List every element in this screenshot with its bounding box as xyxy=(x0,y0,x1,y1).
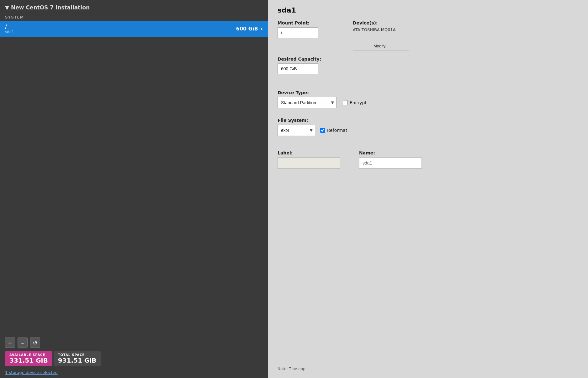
partition-arrow-right: › xyxy=(261,25,263,32)
refresh-button[interactable]: ↺ xyxy=(30,338,40,348)
available-space-value: 331.51 GiB xyxy=(9,357,48,364)
mount-point-input[interactable] xyxy=(278,27,318,38)
device-type-select[interactable]: Standard Partition LVM LVM Thin Provisio… xyxy=(278,97,336,108)
header-bar: ▼ New CentOS 7 Installation xyxy=(0,0,268,13)
available-space-badge: AVAILABLE SPACE 331.51 GiB xyxy=(5,351,52,366)
device-type-row: Standard Partition LVM LVM Thin Provisio… xyxy=(278,97,579,108)
available-space-label: AVAILABLE SPACE xyxy=(9,353,48,357)
mount-devices-row: Mount Point: Device(s): ATA TOSHIBA MQ01… xyxy=(278,20,579,51)
file-system-label: File System: xyxy=(278,118,579,123)
desired-capacity-input[interactable] xyxy=(278,63,318,74)
encrypt-checkbox[interactable] xyxy=(343,100,348,105)
partition-list: / sda1 600 GiB › xyxy=(0,21,268,334)
name-field-label: Name: xyxy=(359,150,422,155)
mount-point-label: Mount Point: xyxy=(278,20,334,25)
devices-label: Device(s): xyxy=(353,20,409,25)
detail-title: sda1 xyxy=(278,6,579,14)
name-input[interactable] xyxy=(359,157,422,169)
partition-mount: / xyxy=(5,23,14,30)
left-panel: ▼ New CentOS 7 Installation SYSTEM / sda… xyxy=(0,0,268,378)
bottom-bar: + – ↺ AVAILABLE SPACE 331.51 GiB TOTAL S… xyxy=(0,334,268,378)
mount-point-group: Mount Point: xyxy=(278,20,334,38)
desired-capacity-group: Desired Capacity: xyxy=(278,57,334,74)
filesystem-select-wrapper: ext4 ext3 ext2 xfs swap vfat ▼ xyxy=(278,125,315,136)
file-system-group: File System: ext4 ext3 ext2 xfs swap vfa… xyxy=(278,118,579,142)
modify-button[interactable]: Modify... xyxy=(353,41,409,51)
desired-capacity-label: Desired Capacity: xyxy=(278,57,334,62)
note-text: Note: T be app xyxy=(278,366,579,372)
label-group: Label: xyxy=(278,150,340,169)
total-space-label: TOTAL SPACE xyxy=(58,353,97,357)
label-field-label: Label: xyxy=(278,150,340,155)
storage-device-link[interactable]: 1 storage device selected xyxy=(5,370,58,375)
reformat-checkbox[interactable] xyxy=(320,128,325,133)
label-input[interactable] xyxy=(278,157,340,169)
collapse-arrow[interactable]: ▼ xyxy=(5,4,9,11)
partition-size: 600 GiB › xyxy=(236,25,263,32)
space-info: AVAILABLE SPACE 331.51 GiB TOTAL SPACE 9… xyxy=(5,351,263,366)
label-name-row: Label: Name: xyxy=(278,150,579,169)
partition-dev: sda1 xyxy=(5,30,14,34)
reformat-row: Reformat xyxy=(320,128,347,133)
name-group: Name: xyxy=(359,150,422,169)
add-partition-button[interactable]: + xyxy=(5,338,15,348)
bottom-controls: + – ↺ xyxy=(5,338,263,348)
remove-partition-button[interactable]: – xyxy=(18,338,28,348)
device-type-select-wrapper: Standard Partition LVM LVM Thin Provisio… xyxy=(278,97,336,108)
total-space-badge: TOTAL SPACE 931.51 GiB xyxy=(54,351,101,366)
partition-item[interactable]: / sda1 600 GiB › xyxy=(0,21,268,37)
filesystem-row: ext4 ext3 ext2 xfs swap vfat ▼ Reformat xyxy=(278,125,579,136)
reformat-label[interactable]: Reformat xyxy=(327,128,347,133)
device-type-group: Device Type: Standard Partition LVM LVM … xyxy=(278,90,579,113)
divider-1 xyxy=(278,85,579,85)
partition-item-left: / sda1 xyxy=(5,23,14,34)
encrypt-label[interactable]: Encrypt xyxy=(350,100,367,105)
ata-device-name: ATA TOSHIBA MQ01A xyxy=(353,27,409,32)
total-space-value: 931.51 GiB xyxy=(58,357,97,364)
encrypt-checkbox-row: Encrypt xyxy=(343,100,367,105)
filesystem-select[interactable]: ext4 ext3 ext2 xfs swap vfat xyxy=(278,125,315,136)
system-label: SYSTEM xyxy=(0,13,268,21)
capacity-row: Desired Capacity: xyxy=(278,57,579,74)
page-title: ▼ New CentOS 7 Installation xyxy=(5,4,263,11)
devices-group: Device(s): ATA TOSHIBA MQ01A Modify... xyxy=(353,20,409,51)
main-container: ▼ New CentOS 7 Installation SYSTEM / sda… xyxy=(0,0,588,378)
right-panel: sda1 Mount Point: Device(s): ATA TOSHIBA… xyxy=(268,0,588,378)
device-type-label: Device Type: xyxy=(278,90,579,95)
